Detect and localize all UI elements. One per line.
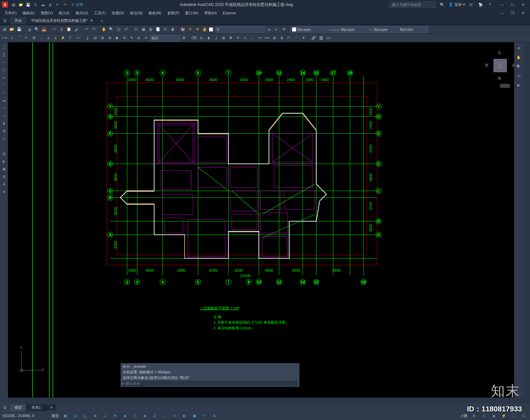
horizontal-scrollbar[interactable] — [8, 397, 523, 403]
tab-start[interactable]: 开始 — [10, 17, 27, 25]
menu-draw[interactable]: 绘图(D) — [109, 10, 127, 16]
menu-file[interactable]: 文件(F) — [2, 10, 19, 16]
infer-icon[interactable]: ◺ — [81, 412, 89, 419]
arc-icon[interactable]: ⌒ — [1, 82, 7, 88]
minimize-icon[interactable]: — — [497, 1, 507, 8]
tb-save-icon[interactable]: 💾 — [16, 26, 23, 33]
gizmo-icon[interactable]: ⊹ — [201, 412, 208, 419]
coordinates-readout[interactable]: 910205, -214845, 0 — [3, 414, 49, 418]
tab-layout1[interactable]: 布局1 — [27, 404, 46, 411]
image-icon[interactable]: 🖼 — [318, 35, 324, 41]
tb-zoomprev-icon[interactable]: ↺ — [123, 26, 129, 33]
mod-erase-icon[interactable]: ⌫ — [191, 35, 197, 41]
tb-qcalc-icon[interactable]: 🖩 — [169, 26, 176, 33]
dim-center-icon[interactable]: ⊚ — [106, 35, 113, 41]
menu-edit[interactable]: 编辑(E) — [20, 10, 37, 16]
menu-format[interactable]: 格式(O) — [73, 10, 91, 16]
tb-cut-icon[interactable]: ✂ — [51, 26, 58, 33]
menu-express[interactable]: Express — [220, 10, 238, 16]
mtext-icon[interactable]: A — [1, 181, 7, 187]
ellipse-icon[interactable]: ⬭ — [1, 112, 7, 119]
showmotion-icon[interactable]: ▶ — [515, 81, 522, 89]
share-button[interactable]: ✈共享 — [72, 2, 83, 7]
lwt-icon[interactable]: ≡ — [171, 412, 178, 419]
fullnav-icon[interactable]: ⊕ — [515, 44, 522, 52]
tb-open-icon[interactable]: 📂 — [9, 26, 15, 33]
dim-diameter-icon[interactable]: ⌀ — [45, 35, 52, 41]
search-icon[interactable]: 🔍 — [439, 2, 445, 8]
tb-layerprev-icon[interactable]: ⟲ — [280, 26, 287, 33]
mod-explode-icon[interactable]: ✶ — [300, 35, 307, 41]
space-toggle[interactable]: 模型 — [52, 413, 59, 418]
dim-radius-icon[interactable]: ◔ — [30, 35, 37, 41]
xref-icon[interactable]: 🔗 — [310, 35, 317, 41]
zoom-extents-icon[interactable]: 🔍 — [515, 63, 522, 70]
add-tab-button[interactable]: + — [98, 19, 106, 23]
viewcube[interactable]: 北 南 东 西 上 — [484, 49, 517, 82]
block-icon[interactable]: ◫ — [1, 135, 7, 142]
hatch-icon[interactable]: ▨ — [1, 150, 7, 157]
redo-icon[interactable]: ↷ — [62, 2, 68, 8]
plot-icon[interactable]: 🖨 — [47, 2, 53, 8]
menu-dimension[interactable]: 标注(N) — [128, 10, 145, 16]
mod-array-icon[interactable]: ⊞ — [220, 35, 227, 41]
tb-markup-icon[interactable]: ☑ — [162, 26, 169, 33]
color-dropdown[interactable]: ByLayer — [291, 26, 327, 33]
maximize-icon[interactable]: ☐ — [507, 1, 517, 8]
dim-tedit-icon[interactable]: A — [135, 35, 142, 41]
dim-baseline-icon[interactable]: ⊤ — [67, 35, 74, 41]
transparency-icon[interactable]: ◐ — [181, 412, 188, 419]
menu-view[interactable]: 视图(V) — [38, 10, 56, 16]
tb-match-icon[interactable]: 🖌 — [73, 26, 80, 33]
doc-restore-icon[interactable]: ❐ — [507, 10, 517, 16]
tb-zoomwin-icon[interactable]: ◫ — [115, 26, 122, 33]
ortho-icon[interactable]: ⊥ — [101, 412, 109, 419]
menu-parametric[interactable]: 参数(P) — [165, 10, 182, 16]
insert-icon[interactable]: ⊞ — [1, 127, 7, 134]
osnap-icon[interactable]: ◻ — [131, 412, 138, 419]
tb-publish-icon[interactable]: 📤 — [41, 26, 47, 33]
plotstyle-dropdown[interactable]: ByColor — [398, 26, 428, 33]
dynamic-icon[interactable]: ⊕ — [91, 412, 99, 419]
addsel-icon[interactable]: ⊕ — [1, 188, 7, 195]
connect-icon[interactable]: 📡 — [478, 2, 484, 8]
dim-update-icon[interactable]: ↻ — [143, 35, 149, 41]
ducs-icon[interactable]: ⟂ — [161, 412, 168, 419]
selection-icon[interactable]: ▣ — [191, 412, 198, 419]
xline-icon[interactable]: ╳ — [1, 51, 7, 58]
field-icon[interactable]: ▭ — [325, 35, 332, 41]
doc-minimize-icon[interactable]: — — [497, 10, 507, 16]
menu-tools[interactable]: 工具(T) — [91, 10, 109, 16]
tb-lock-icon[interactable]: 🔒 — [201, 26, 208, 33]
iso-icon[interactable]: ◈ — [121, 412, 129, 419]
mod-rotate-icon[interactable]: ⟳ — [235, 35, 241, 41]
dim-continue-icon[interactable]: ⊣ — [74, 35, 81, 41]
add-layout-button[interactable]: + — [46, 404, 55, 410]
pline-icon[interactable]: 〰 — [1, 59, 7, 66]
dim-edit-icon[interactable]: ✎ — [128, 35, 135, 41]
dim-space-icon[interactable]: ⫿ — [84, 35, 91, 41]
app-menu-icon[interactable]: ☰ — [0, 17, 10, 25]
tb-plot-icon[interactable]: 🖨 — [26, 26, 33, 33]
menu-help[interactable]: 帮助(H) — [202, 10, 219, 16]
linetype-dropdown[interactable]: ——— ByLayer — [328, 26, 367, 33]
pan-icon[interactable]: ✋ — [515, 54, 522, 61]
open-icon[interactable]: 📁 — [18, 2, 24, 8]
rect-icon[interactable]: ▭ — [1, 74, 7, 81]
layer-dropdown[interactable]: 0 — [215, 26, 265, 33]
region-icon[interactable]: ▣ — [1, 165, 7, 172]
tb-new-icon[interactable]: ▤ — [1, 26, 8, 33]
mod-break-icon[interactable]: ⊟ — [271, 35, 278, 41]
menu-modify[interactable]: 修改(M) — [146, 10, 164, 16]
mod-chamfer-icon[interactable]: ◸ — [286, 35, 292, 41]
lineweight-dropdown[interactable]: — ByLayer — [368, 26, 398, 33]
dim-style-icon[interactable]: ⚙ — [181, 35, 187, 41]
ellipsearc-icon[interactable]: ◗ — [1, 120, 7, 126]
wcs-label[interactable]: WCS — [500, 84, 510, 88]
tb-freeze-icon[interactable]: ❄ — [194, 26, 201, 33]
dim-break-icon[interactable]: ⊟ — [92, 35, 98, 41]
help-icon[interactable]: ? — [487, 2, 493, 8]
tb-zoom-icon[interactable]: 🔍 — [108, 26, 115, 33]
line-icon[interactable]: ╱ — [1, 44, 7, 50]
mod-extend-icon[interactable]: ⟹ — [264, 35, 270, 41]
